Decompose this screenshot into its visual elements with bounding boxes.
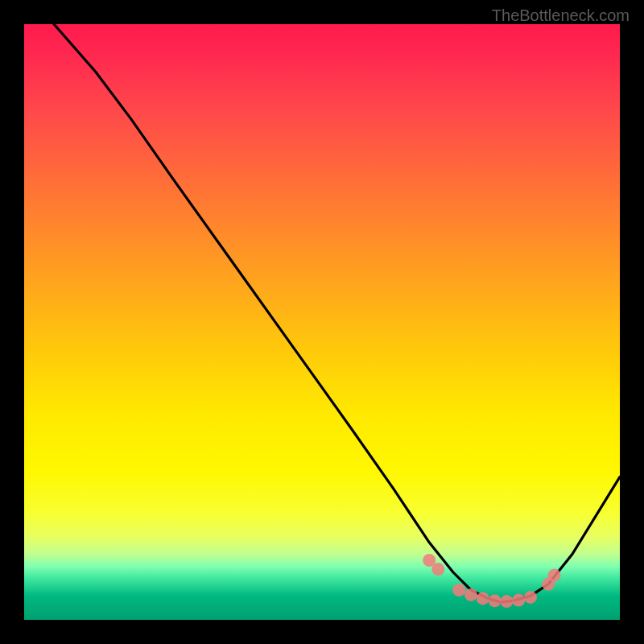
marker-dot	[477, 592, 489, 605]
watermark-text: TheBottleneck.com	[492, 6, 630, 25]
marker-dot	[500, 595, 513, 608]
curve-line	[54, 24, 620, 602]
marker-dot	[452, 584, 465, 597]
plot-area	[24, 24, 620, 620]
marker-dot	[524, 591, 537, 604]
marker-dot	[512, 594, 525, 607]
marker-dot	[431, 563, 444, 576]
chart-svg	[24, 24, 620, 620]
marker-dot	[548, 569, 561, 582]
marker-dot	[489, 594, 502, 607]
marker-dot	[464, 588, 477, 601]
